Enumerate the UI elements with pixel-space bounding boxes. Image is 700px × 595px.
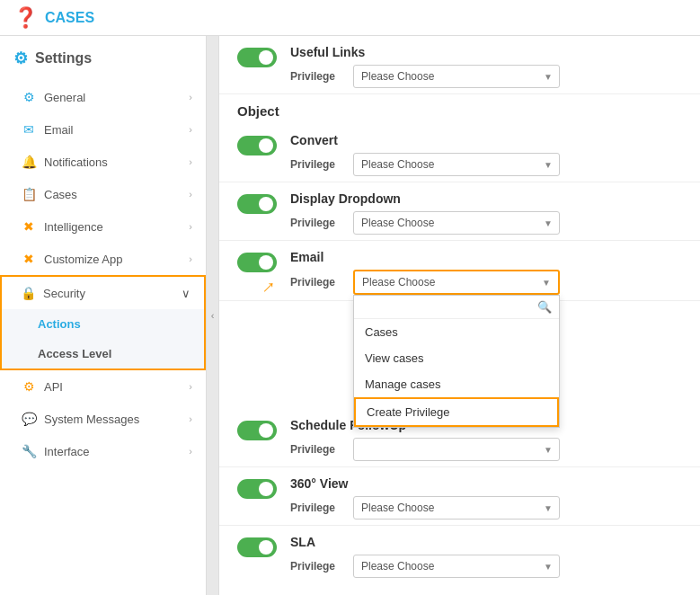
sidebar-sub-item-actions[interactable]: Actions [2,309,204,339]
sidebar-item-label: API [44,380,63,394]
app-title: CASES [45,10,94,26]
sidebar-item-label: Cases [44,188,77,201]
sidebar-item-label: Intelligence [44,220,103,234]
security-submenu: Actions Access Level [2,309,204,369]
sidebar-collapse-handle[interactable]: ‹ [207,36,219,595]
chevron-right-icon: › [189,92,192,102]
sidebar-item-notifications[interactable]: 🔔 Notifications › [0,146,206,178]
sla-select-wrapper: Please Choose [353,555,560,578]
dropdown-item-manage-cases[interactable]: Manage cases [354,371,559,397]
intelligence-icon: ✖ [21,219,37,234]
privilege-label: Privilege [290,158,344,171]
display-dropdown-title: Display Dropdown [290,191,682,206]
view-360-select-wrapper: Please Choose [353,496,560,520]
dropdown-arrow-icon: ▼ [542,278,551,288]
security-label: Security [43,287,85,300]
system-messages-icon: 💬 [21,412,37,426]
email-select-placeholder: Please Choose [362,276,435,289]
dropdown-search-bar: 🔍 [354,296,559,319]
app-header: ❓ CASES [0,0,700,36]
sidebar-item-label: Interface [44,445,90,458]
sla-row: SLA Privilege Please Choose [219,526,700,583]
convert-row: Convert Privilege Please Choose [219,124,700,182]
view-360-toggle[interactable] [237,479,277,499]
chevron-down-icon: ∨ [182,287,191,300]
privilege-label: Privilege [290,70,344,83]
settings-heading: ⚙ Settings [0,36,206,81]
main-layout: ⚙ Settings ⚙ General › ✉ Email › 🔔 Notif… [0,36,700,595]
cases-icon: 📋 [21,187,37,201]
sidebar-item-label: Customize App [44,253,122,266]
gear-icon: ⚙ [13,49,28,68]
privilege-label: Privilege [290,443,344,456]
security-icon: 🔒 [20,286,36,300]
sidebar-item-label: General [44,91,85,104]
display-dropdown-row: Display Dropdown Privilege Please Choose [219,182,700,241]
email-title: Email [290,250,682,264]
schedule-select[interactable] [353,438,560,461]
dropdown-item-create-privilege[interactable]: Create Privilege [354,397,559,427]
security-section: 🔒 Security ∨ Actions Access Level [0,275,206,370]
email-row: Email Privilege Please Choose ▼ [219,241,700,301]
dropdown-search-input[interactable] [361,301,537,314]
chevron-right-icon: › [189,446,192,457]
schedule-followup-toggle[interactable] [237,421,277,440]
api-icon: ⚙ [21,379,37,394]
privilege-label: Privilege [290,502,344,514]
email-dropdown-container: Please Choose ▼ 🔍 Cases View cases Manag… [353,270,560,295]
useful-links-select-wrapper: Please Choose [353,65,560,88]
dropdown-item-view-cases[interactable]: View cases [354,345,559,371]
general-icon: ⚙ [21,90,37,104]
dropdown-item-cases[interactable]: Cases [354,319,559,345]
interface-icon: 🔧 [21,444,37,458]
useful-links-select[interactable]: Please Choose [353,65,560,88]
chevron-right-icon: › [189,189,192,200]
sidebar-item-api[interactable]: ⚙ API › [0,370,206,403]
email-select-display[interactable]: Please Choose ▼ [353,270,560,295]
sla-title: SLA [290,535,682,549]
email-icon: ✉ [21,122,37,137]
sidebar-item-system-messages[interactable]: 💬 System Messages › [0,403,206,435]
email-toggle[interactable] [237,253,277,272]
view-360-select[interactable]: Please Choose [353,496,560,520]
sidebar-item-cases[interactable]: 📋 Cases › [0,178,206,210]
useful-links-row: Useful Links Privilege Please Choose [219,36,700,94]
sidebar-item-interface[interactable]: 🔧 Interface › [0,435,206,467]
chevron-right-icon: › [189,253,192,264]
sidebar-item-customize-app[interactable]: ✖ Customize App › [0,243,206,275]
chevron-right-icon: › [189,124,192,135]
view-360-title: 360° View [290,476,682,491]
sidebar-item-label: Notifications [44,155,108,169]
sidebar-item-general[interactable]: ⚙ General › [0,81,206,113]
app-logo-icon: ❓ [13,6,38,30]
sidebar: ⚙ Settings ⚙ General › ✉ Email › 🔔 Notif… [0,36,207,595]
chevron-right-icon: › [189,381,192,392]
view-360-row: 360° View Privilege Please Choose [219,467,700,526]
sidebar-item-label: Email [44,123,74,137]
main-content: Useful Links Privilege Please Choose Obj… [219,36,700,595]
arrow-indicator: ↑ [264,275,274,298]
convert-title: Convert [290,133,682,147]
convert-select-wrapper: Please Choose [353,153,560,176]
email-dropdown-menu: 🔍 Cases View cases Manage cases Create P… [353,295,560,428]
sla-toggle[interactable] [237,537,277,557]
object-heading: Object [219,94,700,124]
sidebar-sub-item-access-level[interactable]: Access Level [2,339,204,369]
useful-links-title: Useful Links [290,45,682,59]
notifications-icon: 🔔 [21,155,37,169]
sidebar-item-security[interactable]: 🔒 Security ∨ [2,277,204,309]
useful-links-toggle[interactable] [237,48,277,67]
chevron-right-icon: › [189,221,192,232]
privilege-label: Privilege [290,217,344,229]
display-dropdown-select[interactable]: Please Choose [353,211,560,235]
sla-select[interactable]: Please Choose [353,555,560,578]
settings-label: Settings [35,50,92,67]
convert-toggle[interactable] [237,136,277,155]
sidebar-item-email[interactable]: ✉ Email › [0,113,206,146]
display-dropdown-select-wrapper: Please Choose [353,211,560,235]
chevron-right-icon: › [189,413,192,424]
display-dropdown-toggle[interactable] [237,194,277,214]
convert-select[interactable]: Please Choose [353,153,560,176]
sidebar-item-intelligence[interactable]: ✖ Intelligence › [0,210,206,243]
search-icon: 🔍 [537,300,552,314]
